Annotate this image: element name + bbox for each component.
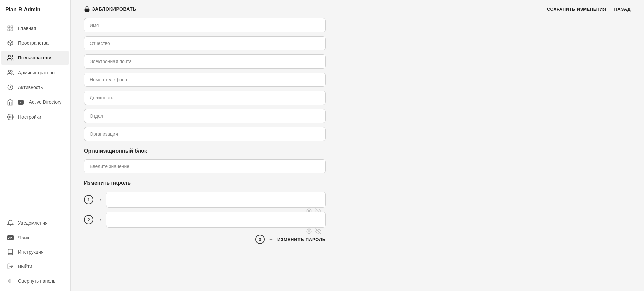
annotation-3-row: 3 → ИЗМЕНИТЬ ПАРОЛЬ [255,235,326,244]
change-password-btn-row: 3 → ИЗМЕНИТЬ ПАРОЛЬ [84,235,326,244]
main-content: ЗАБЛОКИРОВАТЬ СОХРАНИТЬ ИЗМЕНЕНИЯ НАЗАД … [71,0,644,291]
name-input[interactable] [84,18,326,32]
organization-input[interactable] [84,127,326,141]
app-title: Plan-R Admin [0,0,70,18]
email-input[interactable] [84,54,326,69]
sidebar-item-label: Активность [18,85,43,90]
password2-icons [306,228,322,235]
patronymic-input[interactable] [84,36,326,50]
sidebar-item-language[interactable]: AR Язык [1,231,69,245]
sidebar-item-home[interactable]: Главная [1,21,69,35]
svg-point-8 [10,116,11,118]
sidebar-item-settings[interactable]: Настройки [1,110,69,124]
sidebar-item-admins[interactable]: Администраторы [1,66,69,80]
clock-icon [7,84,14,91]
sidebar-item-label: Свернуть панель [18,278,55,284]
arrow-1: → [97,197,102,202]
sidebar-item-label: Администраторы [18,70,55,75]
annotation-3: 3 [255,235,265,244]
block-label: ЗАБЛОКИРОВАТЬ [92,6,136,12]
users-icon [7,54,14,61]
cube-icon [7,39,14,47]
logout-icon [7,263,14,270]
sidebar-item-label: Active Directory [29,99,62,105]
language-icon: AR [7,234,14,241]
password1-row: 1 → Введите новый пароль •••• [84,192,326,208]
home-icon [7,25,14,32]
sidebar-item-label: Инструкция [18,249,43,255]
lock-icon [84,6,90,12]
book-icon [7,248,14,256]
org-block-section-label: Организационный блок [84,148,326,154]
chevron-left-icon [7,277,14,285]
password2-dots: •••• [106,219,326,228]
sidebar-item-collapse[interactable]: Свернуть панель [1,274,69,288]
change-password-section-label: Изменить пароль [84,180,326,186]
sidebar-item-label: Настройки [18,114,41,120]
password2-row: 2 → Повторите новый пароль •••• [84,212,326,228]
sidebar-item-label: Пользователи [18,55,51,60]
position-input[interactable] [84,91,326,105]
password1-field-wrapper: Введите новый пароль •••• [106,192,326,208]
admin-icon [7,69,14,76]
change-password-button[interactable]: ИЗМЕНИТЬ ПАРОЛЬ [277,237,326,242]
arrow-2: → [97,217,102,222]
bell-icon [7,219,14,227]
password2-toggle-visibility-icon[interactable] [315,228,322,235]
svg-rect-3 [11,29,13,31]
active-directory-badge: 2 [18,100,24,105]
sidebar-item-users[interactable]: Пользователи [1,51,69,65]
sidebar-item-label: Уведомления [18,220,48,226]
sidebar-item-label: Выйти [18,264,32,269]
svg-point-5 [9,55,11,57]
sidebar: Plan-R Admin Главная Простр [0,0,71,291]
user-form: Организационный блок Изменить пароль 1 →… [84,18,326,244]
sidebar-item-guide[interactable]: Инструкция [1,245,69,259]
block-button[interactable]: ЗАБЛОКИРОВАТЬ [84,6,136,12]
back-button[interactable]: НАЗАД [614,7,631,12]
sidebar-item-spaces[interactable]: Пространства [1,36,69,50]
sidebar-item-label: Главная [18,26,36,31]
password2-field-wrapper: Повторите новый пароль •••• [106,212,326,228]
svg-rect-0 [8,26,10,28]
svg-rect-2 [8,29,10,31]
sidebar-bottom: Уведомления AR Язык Инструкция [0,213,70,291]
gear-icon [7,113,14,121]
sidebar-item-label: Пространства [18,40,49,46]
department-input[interactable] [84,109,326,123]
sidebar-item-activity[interactable]: Активность [1,80,69,94]
topbar-right: СОХРАНИТЬ ИЗМЕНЕНИЯ НАЗАД [547,7,631,12]
save-changes-button[interactable]: СОХРАНИТЬ ИЗМЕНЕНИЯ [547,7,606,12]
sidebar-item-label: Язык [18,235,29,240]
arrow-3: → [269,237,273,242]
phone-input[interactable] [84,73,326,87]
svg-point-6 [8,70,11,73]
sidebar-item-active-directory[interactable]: 2 Active Directory [1,95,69,109]
annotation-1: 1 [84,195,93,204]
svg-rect-1 [11,26,13,28]
password2-label: Повторите новый пароль [106,212,326,219]
password1-dots: •••• [106,199,326,208]
password2-clear-icon[interactable] [306,228,312,235]
sidebar-item-notifications[interactable]: Уведомления [1,216,69,230]
sidebar-nav: Главная Пространства Поль [0,18,70,291]
password1-label: Введите новый пароль [106,192,326,199]
active-directory-icon [7,98,14,106]
topbar-left: ЗАБЛОКИРОВАТЬ [84,6,542,12]
svg-rect-10 [85,9,89,11]
org-block-input[interactable] [84,159,326,173]
sidebar-item-logout[interactable]: Выйти [1,259,69,274]
topbar: ЗАБЛОКИРОВАТЬ СОХРАНИТЬ ИЗМЕНЕНИЯ НАЗАД [84,0,631,18]
annotation-2: 2 [84,215,93,224]
